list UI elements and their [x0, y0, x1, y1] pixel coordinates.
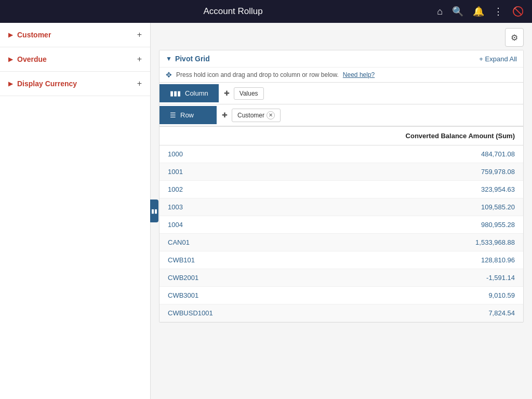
table-cell-customer: CAN01 — [159, 234, 263, 251]
data-table: Converted Balance Amount (Sum) 1000484,7… — [159, 127, 523, 322]
table-cell-amount: 759,978.08 — [263, 163, 523, 181]
app-title: Account Rollup — [29, 6, 437, 17]
row-tab-icon: ☰ — [170, 111, 176, 119]
column-tab-row: ▮▮▮ Column ✚ Values — [159, 83, 523, 104]
table-cell-customer: CWB3001 — [159, 287, 263, 304]
table-cell-amount: 109,585.20 — [263, 198, 523, 216]
nav-icons: ⌂ 🔍 🔔 ⋮ 🚫 — [437, 6, 524, 17]
pivot-title-text: Pivot Grid — [175, 55, 210, 63]
values-chip-text: Values — [240, 90, 258, 97]
table-cell-customer: 1002 — [159, 181, 263, 198]
collapse-icon: ▮▮ — [151, 208, 157, 215]
data-table-wrapper: Converted Balance Amount (Sum) 1000484,7… — [159, 126, 523, 322]
column-tab-content: ✚ Values — [219, 84, 523, 103]
block-icon[interactable]: 🚫 — [512, 6, 524, 17]
overdue-plus-icon[interactable]: + — [137, 55, 142, 64]
table-cell-customer: CWBUSD1001 — [159, 304, 263, 322]
values-chip[interactable]: Values — [234, 87, 264, 100]
drag-icon: ✥ — [166, 71, 172, 79]
row-tab-row: ☰ Row ✚ Customer ✕ — [159, 104, 523, 126]
sidebar-item-customer[interactable]: ▶ Customer + — [0, 23, 150, 47]
column-tab-label[interactable]: ▮▮▮ Column — [159, 84, 219, 102]
table-cell-amount: 7,824.54 — [263, 304, 523, 322]
customer-chip[interactable]: Customer ✕ — [232, 109, 281, 122]
table-row: 1000484,701.08 — [159, 145, 523, 163]
sidebar-currency-header[interactable]: ▶ Display Currency + — [0, 72, 150, 96]
pivot-arrow-icon: ▼ — [166, 55, 172, 62]
content-toolbar: ⚙ — [151, 23, 532, 50]
expand-all-link[interactable]: + Expand All — [479, 55, 517, 63]
pivot-header: ▼ Pivot Grid + Expand All — [159, 50, 523, 67]
table-cell-customer: 1000 — [159, 145, 263, 163]
row-tab-label[interactable]: ☰ Row — [159, 106, 217, 124]
currency-plus-icon[interactable]: + — [137, 79, 142, 88]
top-nav: Account Rollup ⌂ 🔍 🔔 ⋮ 🚫 — [0, 0, 532, 23]
table-header-amount: Converted Balance Amount (Sum) — [263, 127, 523, 145]
gear-button[interactable]: ⚙ — [505, 28, 524, 47]
table-row: 1003109,585.20 — [159, 198, 523, 216]
column-add-icon[interactable]: ✚ — [224, 89, 230, 97]
sidebar-overdue-header[interactable]: ▶ Overdue + — [0, 47, 150, 71]
pivot-section: ▼ Pivot Grid + Expand All ✥ Press hold i… — [159, 50, 524, 323]
customer-chip-text: Customer — [237, 112, 264, 119]
table-cell-customer: 1001 — [159, 163, 263, 181]
table-cell-amount: 980,955.28 — [263, 216, 523, 234]
home-icon[interactable]: ⌂ — [437, 6, 443, 17]
search-icon[interactable]: 🔍 — [452, 6, 463, 17]
table-cell-customer: 1003 — [159, 198, 263, 216]
customer-chip-close-icon[interactable]: ✕ — [267, 111, 275, 119]
sidebar: ▶ Customer + ▶ Overdue + ▶ Display Curre… — [0, 23, 151, 399]
table-cell-amount: 323,954.63 — [263, 181, 523, 198]
table-row: 1002323,954.63 — [159, 181, 523, 198]
content-area: ⚙ ▼ Pivot Grid + Expand All ✥ Press hold… — [151, 23, 532, 399]
table-cell-amount: -1,591.14 — [263, 269, 523, 287]
table-cell-amount: 9,010.59 — [263, 287, 523, 304]
table-cell-customer: CWB2001 — [159, 269, 263, 287]
table-row: CWB30019,010.59 — [159, 287, 523, 304]
sidebar-collapse-handle[interactable]: ▮▮ — [150, 200, 158, 222]
overdue-arrow-icon: ▶ — [8, 56, 13, 63]
table-cell-customer: CWB101 — [159, 251, 263, 269]
sidebar-currency-left: ▶ Display Currency — [8, 79, 77, 88]
pivot-title-group: ▼ Pivot Grid — [166, 55, 210, 63]
row-add-icon[interactable]: ✚ — [222, 111, 228, 119]
table-row: CWB101128,810.96 — [159, 251, 523, 269]
table-cell-customer: 1004 — [159, 216, 263, 234]
sidebar-customer-header[interactable]: ▶ Customer + — [0, 23, 150, 47]
currency-label: Display Currency — [17, 79, 77, 88]
row-tab-text: Row — [180, 111, 194, 119]
table-row: CWBUSD10017,824.54 — [159, 304, 523, 322]
need-help-link[interactable]: Need help? — [343, 71, 375, 78]
customer-plus-icon[interactable]: + — [137, 30, 142, 39]
overdue-label: Overdue — [17, 55, 47, 63]
table-cell-amount: 128,810.96 — [263, 251, 523, 269]
pivot-tabs: ▮▮▮ Column ✚ Values ☰ Row — [159, 82, 523, 126]
sidebar-item-display-currency[interactable]: ▶ Display Currency + — [0, 72, 150, 96]
gear-icon: ⚙ — [511, 33, 518, 43]
table-row: CAN011,533,968.88 — [159, 234, 523, 251]
sidebar-customer-left: ▶ Customer — [8, 31, 51, 39]
table-cell-amount: 1,533,968.88 — [263, 234, 523, 251]
table-header-customer — [159, 127, 263, 145]
row-tab-content: ✚ Customer ✕ — [217, 105, 523, 125]
sidebar-item-overdue[interactable]: ▶ Overdue + — [0, 47, 150, 72]
table-row: 1004980,955.28 — [159, 216, 523, 234]
customer-arrow-icon: ▶ — [8, 31, 13, 38]
sidebar-overdue-left: ▶ Overdue — [8, 55, 47, 63]
table-cell-amount: 484,701.08 — [263, 145, 523, 163]
table-row: 1001759,978.08 — [159, 163, 523, 181]
currency-arrow-icon: ▶ — [8, 80, 13, 87]
pivot-hint: ✥ Press hold icon and drag and drop to c… — [159, 67, 523, 82]
column-tab-text: Column — [185, 89, 208, 97]
customer-label: Customer — [17, 31, 51, 39]
more-icon[interactable]: ⋮ — [494, 6, 503, 17]
hint-text: Press hold icon and drag and drop to col… — [176, 71, 339, 78]
table-row: CWB2001-1,591.14 — [159, 269, 523, 287]
main-layout: ▶ Customer + ▶ Overdue + ▶ Display Curre… — [0, 23, 532, 399]
column-tab-icon: ▮▮▮ — [170, 89, 181, 97]
bell-icon[interactable]: 🔔 — [473, 6, 484, 17]
